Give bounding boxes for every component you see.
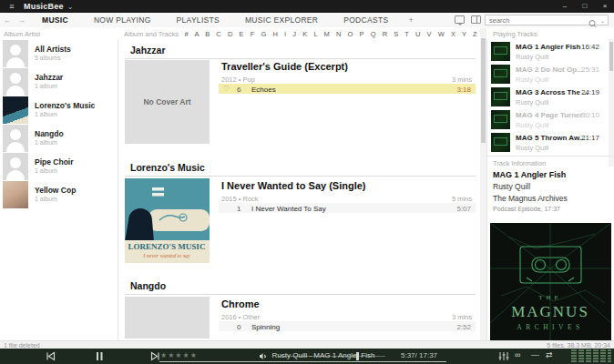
message-icon[interactable]	[455, 15, 465, 24]
divider	[125, 58, 476, 59]
sidebar-header[interactable]: Album Artist	[4, 30, 40, 38]
divider	[487, 156, 614, 157]
minimize-button[interactable]: –	[559, 0, 570, 13]
pause-button[interactable]	[95, 351, 104, 361]
tab-music-explorer[interactable]: MUSIC EXPLORER	[232, 15, 331, 25]
artist-avatar	[3, 40, 28, 67]
playing-item-2[interactable]: MAG 2 Do Not Op... 25:31 Rusty Quill	[487, 64, 608, 86]
scrollbar-thumb[interactable]	[609, 42, 613, 71]
track-thumbnail	[491, 110, 510, 129]
app-menu-chevron-icon[interactable]: ⌄	[67, 3, 74, 11]
library-pane: Jahzzar No Cover Art Traveller's Guide (…	[118, 39, 487, 340]
playing-scrollbar[interactable]	[609, 39, 614, 167]
alphabet-jump-bar[interactable]: # A B C D E F G H I J K L M N O P Q R S …	[184, 30, 477, 38]
album-title[interactable]: I Never Wanted to Say (Single)	[221, 180, 366, 191]
stop-after-current-icon[interactable]: —	[531, 350, 539, 359]
album-duration: 3 mins	[452, 313, 472, 321]
spectrum-visualizer[interactable]	[571, 349, 611, 363]
back-icon[interactable]: ←	[0, 15, 15, 25]
playing-title: MAG 3 Across The ...	[516, 88, 588, 96]
tab-now-playing[interactable]: NOW PLAYING	[81, 15, 164, 25]
group-header-jahzzar[interactable]: Jahzzar	[130, 45, 166, 56]
artist-album-count: 1 album	[35, 111, 57, 117]
artist-avatar	[3, 125, 28, 152]
playing-item-4[interactable]: MAG 4 Page Turner 30:10 Rusty Quill	[487, 109, 608, 132]
forward-icon[interactable]: →	[15, 15, 29, 25]
sidebar-item-all-artists[interactable]: All Artists 5 albums	[0, 40, 118, 68]
crossfade-icon[interactable]: ∞	[515, 350, 520, 359]
status-message: 1 file deleted	[4, 342, 40, 349]
album-title[interactable]: Chrome	[221, 298, 260, 309]
artwork-line1: THE	[538, 294, 562, 301]
sidebar-item-lorenzos-music[interactable]: Lorenzo's Music 1 album	[0, 96, 118, 125]
track-thumbnail	[491, 42, 510, 61]
track-row-i-never-wanted-to-say[interactable]: 1 I Never Wanted To Say 5:07	[219, 203, 476, 213]
track-row-echoes[interactable]: ♡ 6 Echoes 3:18	[219, 84, 476, 94]
now-playing-panel: Playing Tracks MAG 1 Angler Fish 16:42 R…	[487, 27, 614, 340]
sidebar-item-yellow-cop[interactable]: Yellow Cop 1 album	[0, 181, 118, 209]
playing-artist: Rusty Quill	[516, 144, 548, 152]
app-title[interactable]: MusicBee	[24, 2, 64, 11]
playing-item-3[interactable]: MAG 3 Across The ... 24:19 Rusty Quill	[487, 86, 608, 109]
playing-artist: Rusty Quill	[516, 53, 548, 61]
next-track-button[interactable]	[150, 351, 160, 361]
group-header-nangdo[interactable]: Nangdo	[130, 280, 166, 291]
track-title: I Never Wanted To Say	[251, 205, 326, 213]
artist-name: Jahzzar	[35, 73, 63, 82]
title-bar: ≡ MusicBee ⌄ – □ ×	[0, 0, 614, 13]
track-time: 2:52	[456, 323, 471, 331]
rating-stars[interactable]: ★★★★★	[160, 351, 198, 359]
equalizer-icon[interactable]	[498, 352, 509, 360]
artist-name: All Artists	[35, 45, 71, 54]
album-cover-chrome[interactable]	[125, 297, 210, 339]
search-input[interactable]	[486, 16, 588, 25]
tab-podcasts[interactable]: PODCASTS	[331, 15, 401, 25]
group-header-lorenzos-music[interactable]: Lorenzo's Music	[130, 162, 205, 173]
previous-track-button[interactable]	[46, 351, 56, 361]
search-box[interactable]: ⌄	[485, 15, 609, 25]
info-track-detail: Podcast Episode, 17:37	[493, 206, 560, 212]
album-cover-lorenzos-music[interactable]: LORENZO'S MUSIC I never wanted to say	[125, 178, 210, 263]
playing-tracks-header[interactable]: Playing Tracks	[493, 30, 537, 38]
tab-music[interactable]: MUSIC	[29, 15, 81, 25]
library-scrollbar[interactable]	[480, 28, 486, 340]
artist-name: Pipe Choir	[35, 157, 74, 167]
sidebar-item-nangdo[interactable]: Nangdo 1 album	[0, 125, 118, 153]
track-row-spinning[interactable]: 0 Spinning 2:52	[219, 321, 476, 331]
playing-item-5[interactable]: MAG 5 Thrown Aw... 21:17 Rusty Quill	[487, 132, 608, 155]
shuffle-icon[interactable]: ⇄	[546, 350, 553, 359]
playing-time: 25:31	[581, 66, 599, 74]
close-button[interactable]: ×	[599, 0, 610, 13]
selection-summary: 5 files, 38.3 MB, 20:34	[547, 342, 610, 349]
playing-time: 21:17	[581, 134, 599, 142]
artist-album-count: 1 album	[35, 196, 57, 202]
album-duration: 3 mins	[452, 76, 472, 84]
artwork-line2: MAGNUS	[511, 303, 589, 320]
seek-bar[interactable]	[159, 361, 446, 363]
playing-item-1[interactable]: MAG 1 Angler Fish 16:42 Rusty Quill	[487, 41, 608, 64]
playing-time: 30:10	[581, 111, 599, 119]
tab-playlists[interactable]: PLAYLISTS	[164, 15, 232, 25]
maximize-button[interactable]: □	[579, 0, 590, 13]
track-thumbnail	[491, 87, 510, 106]
sidebar-item-pipe-choir[interactable]: Pipe Choir 1 album	[0, 153, 118, 181]
hamburger-menu-icon[interactable]: ≡	[0, 2, 24, 11]
add-tab-button[interactable]: +	[401, 15, 420, 25]
playing-artist: Rusty Quill	[516, 121, 548, 129]
love-heart-icon[interactable]: ♡	[223, 85, 230, 93]
artist-album-count: 1 album	[35, 83, 57, 89]
track-thumbnail	[491, 133, 510, 152]
now-playing-text[interactable]: Rusty Quill - MAG 1 Angler Fish	[237, 351, 410, 359]
layout-panels-icon[interactable]	[471, 15, 481, 24]
sidebar-item-jahzzar[interactable]: Jahzzar 1 album	[0, 68, 118, 96]
now-playing-artwork[interactable]: THE MAGNUS ARCHIVES	[490, 223, 611, 344]
search-options-chevron-icon[interactable]: ⌄	[600, 17, 605, 24]
search-icon[interactable]	[588, 15, 600, 25]
playing-title: MAG 5 Thrown Aw...	[516, 134, 586, 142]
scrollbar-thumb[interactable]	[481, 38, 486, 143]
artist-album-count: 1 album	[35, 167, 57, 174]
album-cover-no-art[interactable]: No Cover Art	[125, 60, 210, 144]
playing-time: 24:19	[581, 88, 599, 96]
album-title[interactable]: Traveller's Guide (Excerpt)	[221, 61, 348, 72]
library-header[interactable]: Album and Tracks	[124, 30, 179, 38]
